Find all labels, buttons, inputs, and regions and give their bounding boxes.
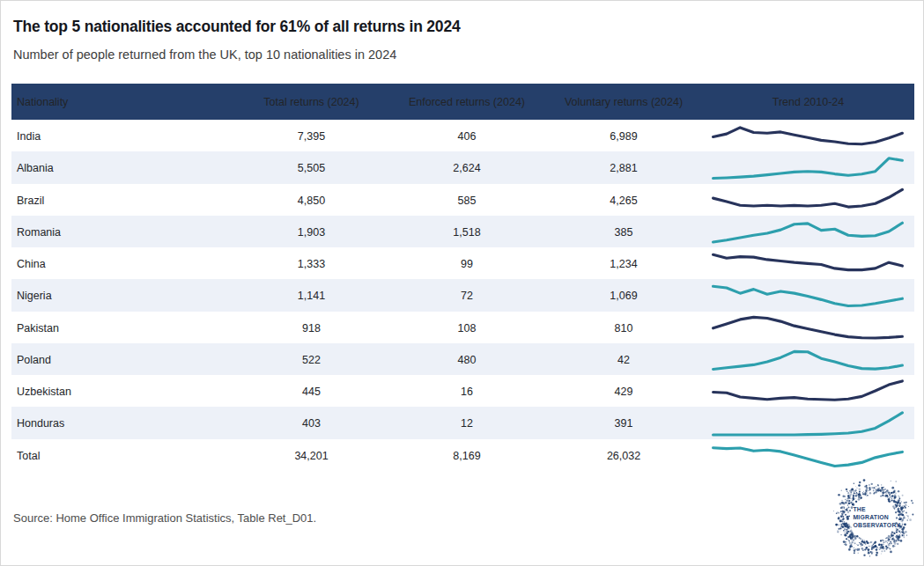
enforced-returns-cell: 1,518	[388, 226, 545, 239]
enforced-returns-cell: 406	[388, 130, 545, 143]
voluntary-returns-cell: 2,881	[545, 162, 702, 174]
total-returns-cell: 403	[234, 417, 388, 430]
voluntary-returns-cell: 4,265	[545, 195, 702, 207]
enforced-returns-cell: 8,169	[388, 450, 545, 462]
nationality-cell: China	[11, 258, 234, 270]
trend-sparkline-chart	[702, 439, 914, 473]
column-header-enforced-returns: Enforced returns (2024)	[388, 96, 545, 108]
nationality-cell: Uzbekistan	[11, 386, 234, 398]
trend-sparkline-cell	[702, 151, 914, 185]
enforced-returns-cell: 585	[388, 195, 545, 207]
infographic-page: The top 5 nationalities accounted for 61…	[0, 0, 924, 566]
nationality-cell: Total	[11, 450, 234, 462]
page-title: The top 5 nationalities accounted for 61…	[13, 18, 460, 36]
table-row: Uzbekistan 445 16 429	[11, 375, 914, 407]
trend-sparkline-cell	[702, 312, 914, 345]
trend-sparkline-chart	[702, 407, 914, 440]
trend-sparkline-cell	[702, 375, 914, 408]
total-returns-cell: 522	[234, 354, 388, 366]
table-row: Romania 1,903 1,518 385	[11, 216, 914, 247]
enforced-returns-cell: 99	[388, 258, 545, 270]
nationality-cell: Romania	[11, 226, 234, 239]
column-header-total-returns: Total returns (2024)	[234, 96, 388, 108]
total-returns-cell: 7,395	[234, 130, 388, 143]
trend-sparkline-cell	[702, 407, 914, 440]
column-header-trend: Trend 2010-24	[702, 96, 914, 108]
column-header-voluntary-returns: Voluntary returns (2024)	[545, 96, 702, 108]
table-header-row: Nationality Total returns (2024) Enforce…	[11, 84, 914, 120]
trend-sparkline-cell	[702, 247, 914, 281]
voluntary-returns-cell: 1,234	[545, 258, 702, 270]
table-body: India 7,395 406 6,989 Albania 5,505 2,62…	[11, 120, 914, 471]
migration-observatory-logo: THE MIGRATION OBSERVATORY	[830, 475, 916, 562]
trend-sparkline-chart	[702, 247, 914, 281]
total-returns-cell: 34,201	[234, 450, 388, 462]
total-returns-cell: 1,903	[234, 226, 388, 239]
trend-sparkline-cell	[702, 279, 914, 312]
nationality-cell: Pakistan	[11, 322, 234, 334]
trend-sparkline-chart	[702, 312, 914, 345]
trend-sparkline-cell	[702, 439, 914, 473]
trend-sparkline-cell	[702, 184, 914, 217]
logo-text-line-2: MIGRATION	[853, 514, 889, 520]
trend-sparkline-chart	[702, 216, 914, 249]
voluntary-returns-cell: 391	[545, 417, 702, 430]
total-returns-cell: 1,333	[234, 258, 388, 270]
voluntary-returns-cell: 810	[545, 322, 702, 334]
voluntary-returns-cell: 42	[545, 354, 702, 366]
nationality-cell: Albania	[11, 162, 234, 174]
voluntary-returns-cell: 6,989	[545, 130, 702, 143]
logo-text-line-3: OBSERVATORY	[853, 522, 900, 528]
nationality-cell: Honduras	[11, 417, 234, 430]
logo-text-line-1: THE	[853, 506, 866, 512]
trend-sparkline-chart	[702, 151, 914, 185]
trend-sparkline-cell	[702, 343, 914, 377]
table-row: India 7,395 406 6,989	[11, 120, 914, 151]
trend-sparkline-chart	[702, 120, 914, 153]
nationality-cell: India	[11, 130, 234, 143]
table-row: Total 34,201 8,169 26,032	[11, 439, 914, 471]
total-returns-cell: 1,141	[234, 290, 388, 302]
column-header-nationality: Nationality	[11, 96, 234, 108]
dotted-circle-logo-icon: THE MIGRATION OBSERVATORY	[830, 475, 916, 562]
voluntary-returns-cell: 26,032	[545, 450, 702, 462]
voluntary-returns-cell: 1,069	[545, 290, 702, 302]
trend-sparkline-chart	[702, 375, 914, 408]
nationality-cell: Nigeria	[11, 290, 234, 302]
enforced-returns-cell: 16	[388, 386, 545, 398]
total-returns-cell: 4,850	[234, 195, 388, 207]
table-row: Poland 522 480 42	[11, 343, 914, 375]
total-returns-cell: 918	[234, 322, 388, 334]
nationality-cell: Poland	[11, 354, 234, 366]
total-returns-cell: 5,505	[234, 162, 388, 174]
trend-sparkline-chart	[702, 343, 914, 377]
total-returns-cell: 445	[234, 386, 388, 398]
enforced-returns-cell: 2,624	[388, 162, 545, 174]
trend-sparkline-chart	[702, 279, 914, 312]
table-row: Albania 5,505 2,624 2,881	[11, 151, 914, 183]
table-row: Nigeria 1,141 72 1,069	[11, 279, 914, 311]
page-subtitle: Number of people returned from the UK, t…	[13, 48, 396, 62]
trend-sparkline-chart	[702, 184, 914, 217]
nationality-cell: Brazil	[11, 195, 234, 207]
table-row: Honduras 403 12 391	[11, 407, 914, 438]
table-row: Brazil 4,850 585 4,265	[11, 184, 914, 216]
source-note: Source: Home Office Immigration Statisti…	[13, 511, 316, 525]
table-row: China 1,333 99 1,234	[11, 247, 914, 279]
returns-table: Nationality Total returns (2024) Enforce…	[11, 84, 914, 471]
table-row: Pakistan 918 108 810	[11, 312, 914, 343]
enforced-returns-cell: 12	[388, 417, 545, 430]
enforced-returns-cell: 480	[388, 354, 545, 366]
voluntary-returns-cell: 429	[545, 386, 702, 398]
trend-sparkline-cell	[702, 120, 914, 153]
voluntary-returns-cell: 385	[545, 226, 702, 239]
enforced-returns-cell: 72	[388, 290, 545, 302]
trend-sparkline-cell	[702, 216, 914, 249]
enforced-returns-cell: 108	[388, 322, 545, 334]
